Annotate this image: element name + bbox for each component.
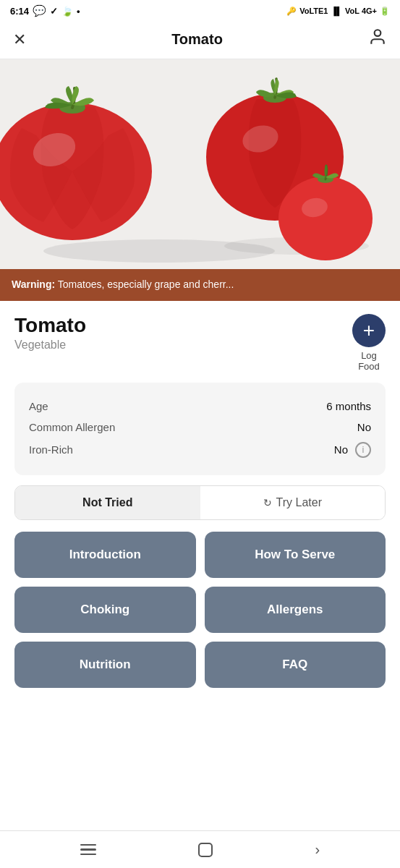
age-value: 6 months [326, 400, 371, 412]
iron-row-right: No i [334, 442, 371, 458]
close-button[interactable]: ✕ [13, 30, 26, 49]
profile-button[interactable] [368, 27, 387, 51]
allergen-row: Common Allergen No [29, 417, 371, 438]
bottom-nav: › [0, 830, 400, 868]
menu-button[interactable] [80, 844, 96, 856]
menu-icon [80, 844, 96, 856]
warning-label: Warning: [12, 278, 55, 290]
not-tried-option[interactable]: Not Tried [15, 486, 200, 519]
battery-icon: 🔋 [380, 7, 390, 16]
status-right-icons: 🔑 VoLTE1 ▐▌ VoL 4G+ 🔋 [286, 7, 390, 16]
food-info: Tomato Vegetable [14, 314, 86, 352]
introduction-button[interactable]: Introduction [14, 532, 196, 578]
iron-label: Iron-Rich [29, 443, 73, 456]
main-content: Tomato Vegetable + LogFood Age 6 months … [0, 301, 400, 707]
age-label: Age [29, 400, 48, 412]
back-icon: › [315, 841, 320, 858]
not-tried-label: Not Tried [82, 496, 132, 509]
home-icon [198, 843, 213, 857]
warning-text: Tomatoes, especially grape and cherr... [58, 278, 234, 290]
add-food-button[interactable]: + [352, 314, 386, 347]
page-title: Tomato [171, 31, 223, 48]
food-category: Vegetable [14, 339, 86, 352]
allergens-button[interactable]: Allergens [205, 587, 386, 633]
try-later-icon: ↻ [263, 497, 272, 509]
log-food-label: LogFood [358, 350, 380, 373]
status-toggle: Not Tried ↻ Try Later [14, 485, 386, 520]
add-food-col: + LogFood [352, 314, 386, 373]
status-time: 6:14 💬 ✓ 🍃 • [10, 4, 80, 17]
signal-bars-icon: ▐▌ [331, 7, 342, 15]
info-card: Age 6 months Common Allergen No Iron-Ric… [14, 383, 386, 475]
try-later-option[interactable]: ↻ Try Later [200, 486, 386, 519]
iron-value: No [334, 443, 348, 456]
status-bar: 6:14 💬 ✓ 🍃 • 🔑 VoLTE1 ▐▌ VoL 4G+ 🔋 [0, 0, 400, 20]
top-nav: ✕ Tomato [0, 20, 400, 59]
iron-info-icon[interactable]: i [355, 442, 371, 458]
food-name: Tomato [14, 314, 86, 337]
home-button[interactable] [198, 843, 213, 857]
time-display: 6:14 [10, 6, 29, 17]
food-header: Tomato Vegetable + LogFood [14, 314, 386, 373]
back-button[interactable]: › [315, 841, 320, 858]
choking-button[interactable]: Choking [14, 587, 196, 633]
food-hero-image [0, 59, 400, 269]
whatsapp-icon: 💬 [33, 4, 46, 17]
svg-point-10 [278, 176, 373, 260]
action-buttons-grid: Introduction How To Serve Choking Allerg… [14, 532, 386, 688]
key-icon: 🔑 [286, 7, 297, 16]
svg-point-0 [375, 30, 381, 36]
age-row: Age 6 months [29, 396, 371, 417]
app-icon: 🍃 [61, 6, 73, 17]
iron-row: Iron-Rich No i [29, 438, 371, 462]
try-later-label: Try Later [276, 496, 322, 509]
network-icon: VoLTE1 [299, 7, 328, 15]
signal-icon: ✓ [50, 6, 58, 17]
network2-icon: VoL 4G+ [345, 7, 377, 15]
allergen-value: No [357, 421, 371, 433]
faq-button[interactable]: FAQ [205, 642, 386, 688]
allergen-label: Common Allergen [29, 421, 115, 433]
nutrition-button[interactable]: Nutrition [14, 642, 196, 688]
dot-icon: • [77, 6, 80, 17]
how-to-serve-button[interactable]: How To Serve [205, 532, 386, 578]
warning-bar: Warning: Tomatoes, especially grape and … [0, 269, 400, 301]
